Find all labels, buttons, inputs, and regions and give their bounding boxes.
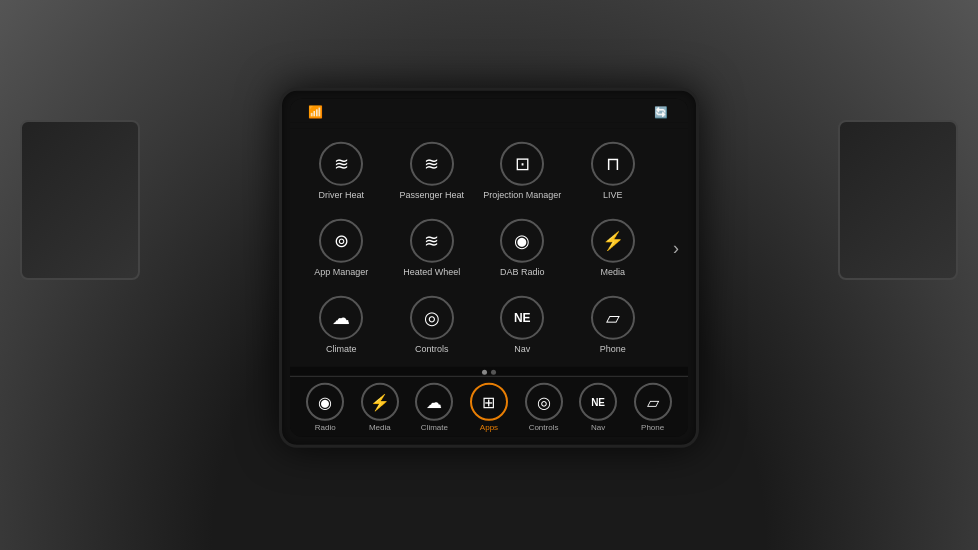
projection-manager-label: Projection Manager [483,190,561,201]
page-indicator [290,367,688,376]
app-icon-phone[interactable]: ▱Phone [570,288,657,361]
live-label: LIVE [603,190,623,201]
chevron-right-icon: › [673,238,679,259]
right-air-vent [838,120,958,280]
dock-phone-label: Phone [641,423,664,433]
main-content-area: ≋Driver Heat≋Passenger Heat⊡Projection M… [290,129,688,367]
dab-radio-icon: ◉ [500,219,544,263]
dock-phone[interactable]: ▱Phone [631,383,675,433]
controls-label: Controls [415,343,449,354]
app-icon-driver-heat[interactable]: ≋Driver Heat [298,135,385,208]
media-label: Media [600,267,625,278]
dock-nav-icon: NE [579,383,617,421]
status-left: 📶 [302,105,329,119]
heated-wheel-label: Heated Wheel [403,267,460,278]
dock-nav-label: Nav [591,423,605,433]
apps-grid: ≋Driver Heat≋Passenger Heat⊡Projection M… [290,129,664,367]
app-icon-live[interactable]: ⊓LIVE [570,135,657,208]
app-icon-controls[interactable]: ◎Controls [389,288,476,361]
dock-media-label: Media [369,423,391,433]
dock-radio-label: Radio [315,423,336,433]
page-dot-1 [491,370,496,375]
climate-icon: ☁ [319,295,363,339]
car-dashboard: 📶 🔄 ≋Driver Heat≋P [0,0,978,550]
passenger-heat-label: Passenger Heat [399,190,464,201]
infotainment-screen: 📶 🔄 ≋Driver Heat≋P [290,99,688,437]
dock-media-icon: ⚡ [361,383,399,421]
dock-apps-label: Apps [480,423,498,433]
app-icon-passenger-heat[interactable]: ≋Passenger Heat [389,135,476,208]
dock-media[interactable]: ⚡Media [358,383,402,433]
signal-icon: 📶 [308,105,323,119]
page-dot-0 [482,370,487,375]
dock-apps-icon: ⊞ [470,383,508,421]
app-icon-projection-manager[interactable]: ⊡Projection Manager [479,135,566,208]
live-icon: ⊓ [591,142,635,186]
app-icon-dab-radio[interactable]: ◉DAB Radio [479,212,566,285]
dock-nav[interactable]: NENav [576,383,620,433]
dock-controls[interactable]: ◎Controls [522,383,566,433]
sync-icon: 🔄 [654,105,668,118]
app-icon-heated-wheel[interactable]: ≋Heated Wheel [389,212,476,285]
dock-controls-label: Controls [529,423,559,433]
phone-icon: ▱ [591,295,635,339]
dock-phone-icon: ▱ [634,383,672,421]
app-icon-climate[interactable]: ☁Climate [298,288,385,361]
app-icon-app-manager[interactable]: ⊚App Manager [298,212,385,285]
left-air-vent [20,120,140,280]
climate-label: Climate [326,343,357,354]
nav-icon: NE [500,295,544,339]
driver-heat-icon: ≋ [319,142,363,186]
screen-bezel: 📶 🔄 ≋Driver Heat≋P [279,88,699,448]
dock-radio[interactable]: ◉Radio [303,383,347,433]
heated-wheel-icon: ≋ [410,219,454,263]
dock-climate-label: Climate [421,423,448,433]
app-icon-nav[interactable]: NENav [479,288,566,361]
next-page-arrow[interactable]: › [664,238,688,259]
app-manager-label: App Manager [314,267,368,278]
dock-apps[interactable]: ⊞Apps [467,383,511,433]
passenger-heat-icon: ≋ [410,142,454,186]
phone-label: Phone [600,343,626,354]
nav-label: Nav [514,343,530,354]
dab-radio-label: DAB Radio [500,267,545,278]
dock-controls-icon: ◎ [525,383,563,421]
controls-icon: ◎ [410,295,454,339]
dock-radio-icon: ◉ [306,383,344,421]
app-icon-media[interactable]: ⚡Media [570,212,657,285]
dock-climate[interactable]: ☁Climate [412,383,456,433]
dock-climate-icon: ☁ [415,383,453,421]
status-right: 🔄 [654,105,676,118]
app-manager-icon: ⊚ [319,219,363,263]
projection-manager-icon: ⊡ [500,142,544,186]
dock-bar: ◉Radio⚡Media☁Climate⊞Apps◎ControlsNENav▱… [290,376,688,437]
status-bar: 📶 🔄 [290,99,688,123]
driver-heat-label: Driver Heat [318,190,364,201]
media-icon: ⚡ [591,219,635,263]
